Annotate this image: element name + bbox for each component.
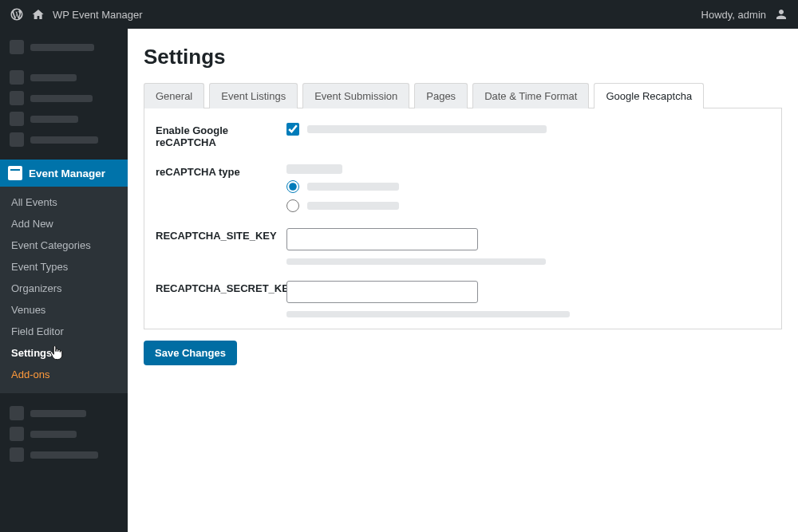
user-avatar-icon[interactable] xyxy=(774,7,788,22)
page-title: Settings xyxy=(144,45,782,69)
submenu-organizers[interactable]: Organizers xyxy=(0,278,128,299)
tab-general[interactable]: General xyxy=(144,83,204,108)
submenu-all-events[interactable]: All Events xyxy=(0,191,128,213)
submenu-settings[interactable]: Settings xyxy=(0,342,128,364)
save-changes-button[interactable]: Save Changes xyxy=(144,341,237,365)
tab-date-time-format[interactable]: Date & Time Format xyxy=(472,83,589,108)
input-site-key[interactable] xyxy=(286,228,478,250)
label-enable-recaptcha: Enable Google reCAPTCHA xyxy=(156,123,275,148)
placeholder-text xyxy=(307,183,399,191)
tab-pages[interactable]: Pages xyxy=(414,83,468,108)
settings-panel: Enable Google reCAPTCHA reCAPTCHA type xyxy=(144,108,782,329)
sidebar-item-event-manager[interactable]: Event Manager xyxy=(0,160,128,187)
label-secret-key: RECAPTCHA_SECRET_KEY xyxy=(156,281,275,294)
wordpress-icon[interactable] xyxy=(10,7,24,22)
label-recaptcha-type: reCAPTCHA type xyxy=(156,164,275,178)
row-enable-recaptcha: Enable Google reCAPTCHA xyxy=(144,113,781,155)
submenu-add-new[interactable]: Add New xyxy=(0,213,128,234)
site-name[interactable]: WP Event Manager xyxy=(53,9,142,21)
admin-sidebar: Event Manager All Events Add New Event C… xyxy=(0,29,128,532)
admin-topbar: WP Event Manager Howdy, admin xyxy=(0,0,798,29)
radio-recaptcha-option-1[interactable] xyxy=(286,180,299,193)
submenu-settings-label: Settings xyxy=(11,347,52,359)
input-secret-key[interactable] xyxy=(286,281,478,303)
submenu-add-ons[interactable]: Add-ons xyxy=(0,364,128,385)
submenu-field-editor[interactable]: Field Editor xyxy=(0,321,128,342)
radio-recaptcha-option-2[interactable] xyxy=(286,199,299,212)
tab-google-recaptcha[interactable]: Google Recaptcha xyxy=(594,83,704,108)
submenu-event-types[interactable]: Event Types xyxy=(0,256,128,278)
placeholder-text xyxy=(286,311,570,317)
checkbox-enable-recaptcha[interactable] xyxy=(286,123,299,136)
placeholder-text xyxy=(286,258,546,265)
tab-event-listings[interactable]: Event Listings xyxy=(209,83,298,108)
label-site-key: RECAPTCHA_SITE_KEY xyxy=(156,228,275,242)
placeholder-text xyxy=(307,202,399,210)
sidebar-active-label: Event Manager xyxy=(29,167,105,179)
home-icon[interactable] xyxy=(32,8,45,21)
placeholder-text xyxy=(307,125,547,133)
submenu-venues[interactable]: Venues xyxy=(0,299,128,321)
placeholder-text xyxy=(286,164,342,174)
settings-tabs: General Event Listings Event Submission … xyxy=(144,82,782,108)
row-site-key: RECAPTCHA_SITE_KEY xyxy=(144,219,781,271)
main-content: Settings General Event Listings Event Su… xyxy=(128,29,798,532)
sidebar-submenu: All Events Add New Event Categories Even… xyxy=(0,187,128,393)
submenu-event-categories[interactable]: Event Categories xyxy=(0,234,128,256)
tab-event-submission[interactable]: Event Submission xyxy=(302,83,409,108)
calendar-icon xyxy=(8,166,22,180)
greeting-text[interactable]: Howdy, admin xyxy=(701,9,766,21)
row-recaptcha-type: reCAPTCHA type xyxy=(144,155,781,219)
row-secret-key: RECAPTCHA_SECRET_KEY xyxy=(144,271,781,324)
